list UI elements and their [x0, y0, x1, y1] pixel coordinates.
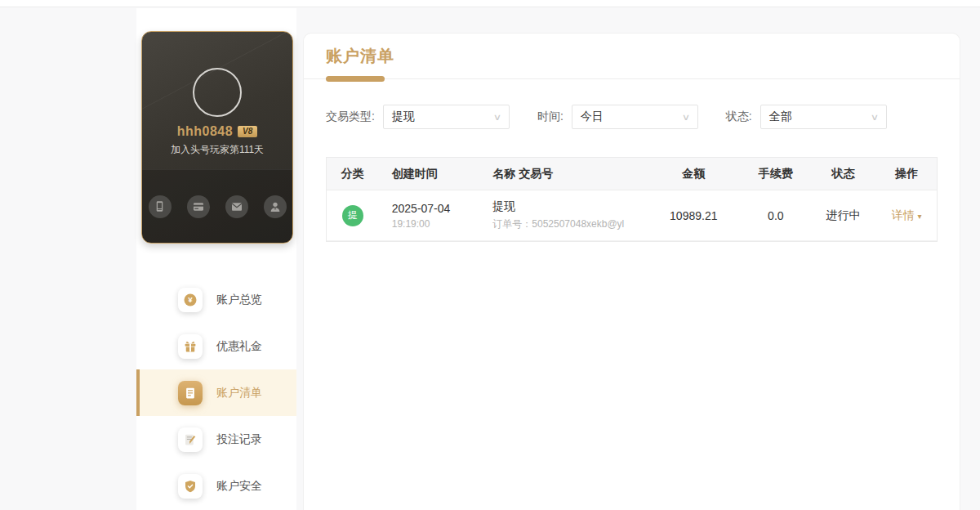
header-action: 操作 [876, 167, 937, 181]
row-order-number: 订单号：5052507048xekb@yl [492, 217, 645, 231]
withdraw-badge: 提 [342, 205, 363, 226]
header-name-txn: 名称 交易号 [470, 167, 645, 181]
avatar [193, 68, 242, 117]
svg-text:¥: ¥ [188, 295, 193, 304]
row-fee: 0.0 [742, 209, 810, 222]
gift-icon [178, 334, 203, 359]
status-select[interactable]: 全部 ∨ [760, 105, 887, 129]
phone-icon [154, 200, 166, 212]
sidebar-nav: ¥ 账户总览 优惠礼金 [136, 276, 296, 509]
row-time: 19:19:00 [392, 218, 470, 230]
caret-down-icon: ▾ [918, 212, 922, 221]
sidebar-item-bet-records[interactable]: 投注记录 [136, 416, 296, 463]
header-fee: 手续费 [742, 167, 810, 181]
filter-label-transaction-type: 交易类型: [326, 110, 375, 124]
row-status: 进行中 [810, 208, 877, 223]
header-amount: 金额 [646, 167, 742, 181]
sidebar-item-label: 账户安全 [216, 479, 262, 494]
details-label: 详情 [892, 208, 915, 221]
user-icon [269, 200, 282, 213]
select-value: 全部 [769, 110, 792, 124]
sidebar-item-promotions[interactable]: 优惠礼金 [136, 323, 296, 369]
phone-button[interactable] [149, 195, 172, 218]
table-header-row: 分类 创建时间 名称 交易号 金额 手续费 状态 操作 [327, 158, 937, 190]
chevron-down-icon: ∨ [870, 112, 878, 123]
sidebar-item-account-statement[interactable]: 账户清单 [136, 369, 296, 416]
time-select[interactable]: 今日 ∨ [572, 105, 698, 129]
chevron-down-icon: ∨ [682, 112, 690, 123]
row-date: 2025-07-04 [392, 202, 470, 215]
transaction-type-select[interactable]: 提现 ∨ [383, 105, 510, 129]
row-name: 提现 [492, 199, 645, 214]
sidebar-item-label: 优惠礼金 [216, 339, 262, 354]
row-amount: 10989.21 [646, 209, 742, 222]
chevron-down-icon: ∨ [493, 112, 501, 123]
user-button[interactable] [264, 195, 287, 218]
sidebar-item-account-overview[interactable]: ¥ 账户总览 [136, 276, 296, 323]
transactions-table: 分类 创建时间 名称 交易号 金额 手续费 状态 操作 提 2025-07-04… [326, 157, 938, 242]
table-row: 提 2025-07-04 19:19:00 提现 订单号：5052507048x… [327, 190, 937, 241]
top-border-bar [0, 0, 980, 7]
statement-icon [178, 381, 203, 405]
filter-label-time: 时间: [537, 110, 564, 124]
sidebar-item-label: 账户清单 [216, 386, 262, 400]
filter-bar: 交易类型: 提现 ∨ 时间: 今日 ∨ 状态: 全部 ∨ [326, 105, 938, 129]
select-value: 今日 [581, 110, 604, 124]
title-accent-bar [326, 76, 385, 82]
sidebar-item-label: 投注记录 [216, 432, 262, 447]
quick-actions-bar [142, 169, 292, 243]
join-days-text: 加入头号玩家第111天 [142, 143, 292, 157]
bank-card-button[interactable] [187, 195, 210, 218]
vip-badge: V8 [238, 126, 257, 137]
profile-card: hhh0848 V8 加入头号玩家第111天 [141, 31, 293, 244]
header-created-time: 创建时间 [379, 167, 470, 181]
coin-icon: ¥ [178, 288, 203, 312]
select-value: 提现 [392, 110, 415, 124]
username: hhh0848 [177, 124, 233, 139]
main-panel: 账户清单 交易类型: 提现 ∨ 时间: 今日 ∨ 状态: 全部 ∨ 分类 创建时… [303, 33, 960, 510]
bank-card-icon [192, 200, 205, 213]
page-title: 账户清单 [326, 45, 938, 67]
details-link[interactable]: 详情 ▾ [892, 208, 922, 221]
filter-label-status: 状态: [726, 110, 752, 124]
title-divider [304, 78, 960, 79]
mail-icon [230, 200, 243, 213]
sidebar-item-label: 账户总览 [216, 293, 262, 307]
header-status: 状态 [810, 167, 877, 181]
bet-record-icon [178, 427, 203, 452]
sidebar-item-account-security[interactable]: 账户安全 [136, 463, 296, 509]
sidebar: hhh0848 V8 加入头号玩家第111天 [136, 8, 296, 510]
mail-button[interactable] [225, 195, 248, 218]
shield-icon [178, 474, 203, 499]
header-category: 分类 [327, 167, 379, 181]
